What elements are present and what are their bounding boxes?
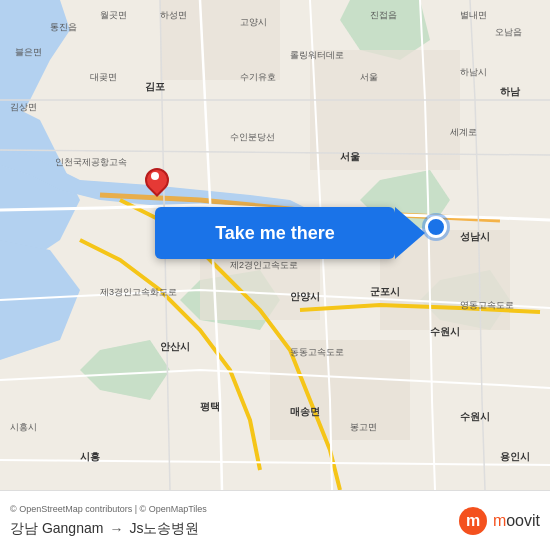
moovit-logo: m moovit <box>457 505 540 537</box>
svg-text:대곶면: 대곶면 <box>90 72 117 82</box>
svg-text:하남시: 하남시 <box>460 67 487 77</box>
svg-text:평택: 평택 <box>200 401 220 412</box>
moovit-rest: oovit <box>506 512 540 529</box>
svg-text:봉고면: 봉고면 <box>350 422 377 432</box>
svg-text:매송면: 매송면 <box>290 406 320 417</box>
svg-text:김상면: 김상면 <box>10 102 37 112</box>
svg-text:수기유호: 수기유호 <box>240 72 276 82</box>
copyright-text: © OpenStreetMap contributors | © OpenMap… <box>10 504 207 514</box>
svg-text:용인시: 용인시 <box>500 451 530 462</box>
svg-text:제2경인고속도로: 제2경인고속도로 <box>230 260 298 270</box>
svg-text:수원시: 수원시 <box>460 411 490 422</box>
route-text: 강남 Gangnam → Js노송병원 <box>10 520 207 538</box>
svg-text:동동고속도로: 동동고속도로 <box>290 347 344 357</box>
take-me-there-button[interactable]: Take me there <box>155 207 395 259</box>
svg-text:월곳면: 월곳면 <box>100 10 127 20</box>
svg-text:수원시: 수원시 <box>430 326 460 337</box>
svg-text:서울: 서울 <box>360 72 378 82</box>
svg-text:세계로: 세계로 <box>450 127 477 137</box>
svg-text:제3경인고속화도로: 제3경인고속화도로 <box>100 287 177 297</box>
svg-text:안산시: 안산시 <box>160 341 190 352</box>
svg-text:하남: 하남 <box>500 86 521 97</box>
svg-text:성남시: 성남시 <box>460 231 490 242</box>
footer-left: © OpenStreetMap contributors | © OpenMap… <box>10 504 207 538</box>
svg-text:고양시: 고양시 <box>240 17 267 27</box>
svg-text:시흥: 시흥 <box>80 451 100 462</box>
svg-text:서울: 서울 <box>340 151 360 162</box>
direction-arrow <box>395 207 425 259</box>
svg-text:롤링워터데로: 롤링워터데로 <box>290 50 344 60</box>
footer: © OpenStreetMap contributors | © OpenMap… <box>0 490 550 550</box>
route-arrow-icon: → <box>109 521 123 537</box>
moovit-logo-icon: m <box>457 505 489 537</box>
origin-label: 강남 Gangnam <box>10 520 103 538</box>
moovit-brand-text: moovit <box>493 512 540 530</box>
destination-dot <box>425 216 447 238</box>
svg-text:수인분당선: 수인분당선 <box>230 132 275 142</box>
svg-text:안양시: 안양시 <box>290 291 320 302</box>
svg-text:오남읍: 오남읍 <box>495 27 522 37</box>
svg-text:별내면: 별내면 <box>460 10 487 20</box>
svg-text:김포: 김포 <box>145 81 165 92</box>
svg-text:하성면: 하성면 <box>160 10 187 20</box>
svg-text:영동고속도로: 영동고속도로 <box>460 300 514 310</box>
svg-text:통진읍: 통진읍 <box>50 22 77 32</box>
svg-text:군포시: 군포시 <box>370 286 400 297</box>
svg-text:블은면: 블은면 <box>15 47 42 57</box>
moovit-m: m <box>493 512 506 529</box>
svg-text:진접읍: 진접읍 <box>370 10 397 20</box>
svg-text:시흥시: 시흥시 <box>10 422 37 432</box>
svg-text:m: m <box>466 512 480 529</box>
svg-text:인천국제공항고속: 인천국제공항고속 <box>55 157 127 167</box>
svg-rect-2 <box>310 50 460 170</box>
destination-label: Js노송병원 <box>129 520 199 538</box>
map-container: 블은면 통진읍 월곳면 하성면 고양시 진접읍 별내면 오남읍 김상면 대곶면 … <box>0 0 550 490</box>
